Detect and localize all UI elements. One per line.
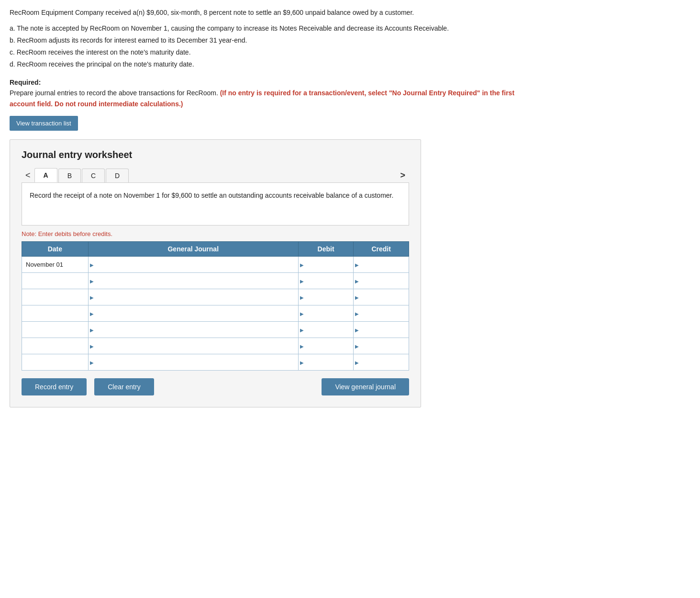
- tab-description: Record the receipt of a note on November…: [22, 182, 409, 226]
- required-label: Required:: [10, 79, 41, 86]
- worksheet-container: Journal entry worksheet < A B C D > Reco…: [10, 139, 421, 407]
- table-row: [22, 305, 409, 322]
- required-text-normal: Prepare journal entries to record the ab…: [10, 89, 218, 97]
- debit-cell-3[interactable]: [298, 305, 354, 322]
- gj-cell-2[interactable]: [88, 289, 298, 305]
- bottom-buttons: Record entry Clear entry View general jo…: [22, 378, 409, 395]
- credit-cell-6[interactable]: [354, 354, 409, 371]
- date-cell-2[interactable]: [22, 289, 89, 305]
- col-header-debit: Debit: [298, 242, 354, 257]
- clear-entry-button[interactable]: Clear entry: [94, 378, 154, 395]
- date-cell-3[interactable]: [22, 305, 89, 322]
- intro-item-c: c. RecRoom receives the interest on the …: [10, 47, 536, 57]
- tab-next-button[interactable]: >: [396, 169, 409, 181]
- gj-cell-4[interactable]: [88, 322, 298, 338]
- debit-cell-6[interactable]: [298, 354, 354, 371]
- debit-cell-0[interactable]: [298, 257, 354, 273]
- tab-d[interactable]: D: [106, 169, 129, 182]
- table-row: [22, 322, 409, 338]
- table-row: [22, 354, 409, 371]
- journal-table: Date General Journal Debit Credit Novemb…: [22, 241, 409, 371]
- credit-cell-1[interactable]: [354, 273, 409, 289]
- tabs-wrapper: < A B C D >: [22, 168, 409, 182]
- intro-paragraph1: RecRoom Equipment Company received a(n) …: [10, 8, 536, 18]
- view-transaction-list-button[interactable]: View transaction list: [10, 116, 78, 131]
- tabs-container: A B C D: [34, 168, 130, 182]
- intro-item-b: b. RecRoom adjusts its records for inter…: [10, 35, 536, 45]
- date-cell-0[interactable]: November 01: [22, 257, 89, 273]
- intro-section: RecRoom Equipment Company received a(n) …: [10, 8, 536, 69]
- tab-c[interactable]: C: [82, 169, 105, 182]
- date-cell-5[interactable]: [22, 338, 89, 354]
- worksheet-title: Journal entry worksheet: [22, 149, 409, 160]
- gj-cell-0[interactable]: [88, 257, 298, 273]
- debit-cell-2[interactable]: [298, 289, 354, 305]
- tab-prev-button[interactable]: <: [22, 169, 34, 181]
- table-row: [22, 273, 409, 289]
- date-cell-6[interactable]: [22, 354, 89, 371]
- credit-cell-2[interactable]: [354, 289, 409, 305]
- record-entry-button[interactable]: Record entry: [22, 378, 87, 395]
- tab-b[interactable]: B: [58, 169, 81, 182]
- debit-cell-5[interactable]: [298, 338, 354, 354]
- table-row: [22, 338, 409, 354]
- credit-cell-0[interactable]: [354, 257, 409, 273]
- credit-cell-4[interactable]: [354, 322, 409, 338]
- view-general-journal-button[interactable]: View general journal: [322, 378, 409, 395]
- intro-item-a: a. The note is accepted by RecRoom on No…: [10, 23, 536, 34]
- intro-item-d: d. RecRoom receives the principal on the…: [10, 59, 536, 69]
- required-section: Required: Prepare journal entries to rec…: [10, 77, 536, 109]
- gj-cell-5[interactable]: [88, 338, 298, 354]
- credit-cell-5[interactable]: [354, 338, 409, 354]
- col-header-gj: General Journal: [88, 242, 298, 257]
- date-cell-1[interactable]: [22, 273, 89, 289]
- tab-a[interactable]: A: [34, 168, 57, 182]
- col-header-credit: Credit: [354, 242, 409, 257]
- gj-cell-1[interactable]: [88, 273, 298, 289]
- debit-cell-1[interactable]: [298, 273, 354, 289]
- gj-cell-6[interactable]: [88, 354, 298, 371]
- debit-cell-4[interactable]: [298, 322, 354, 338]
- col-header-date: Date: [22, 242, 89, 257]
- table-row: [22, 289, 409, 305]
- date-cell-4[interactable]: [22, 322, 89, 338]
- note-text: Note: Enter debits before credits.: [22, 230, 409, 237]
- table-row: November 01: [22, 257, 409, 273]
- gj-cell-3[interactable]: [88, 305, 298, 322]
- credit-cell-3[interactable]: [354, 305, 409, 322]
